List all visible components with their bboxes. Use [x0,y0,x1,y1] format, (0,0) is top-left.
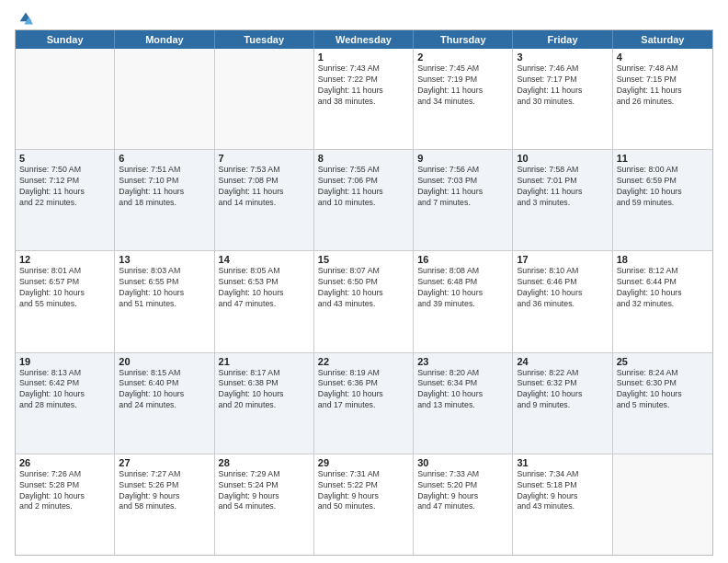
day-number: 29 [318,457,409,468]
title-area [97,11,713,13]
col-header-friday: Friday [513,30,612,49]
day-cell-28: 28Sunrise: 7:29 AMSunset: 5:24 PMDayligh… [215,454,314,555]
day-info: Sunrise: 7:58 AMSunset: 7:01 PMDaylight:… [517,165,608,209]
day-number: 2 [417,52,508,63]
day-number: 6 [119,153,210,164]
day-info: Sunrise: 7:45 AMSunset: 7:19 PMDaylight:… [417,63,508,108]
day-cell-10: 10Sunrise: 7:58 AMSunset: 7:01 PMDayligh… [513,150,612,250]
day-info: Sunrise: 7:53 AMSunset: 7:08 PMDaylight:… [219,165,310,209]
day-number: 23 [417,356,508,367]
week-row-5: 26Sunrise: 7:26 AMSunset: 5:28 PMDayligh… [16,454,712,555]
day-info: Sunrise: 8:19 AMSunset: 6:36 PMDaylight:… [318,368,409,412]
day-info: Sunrise: 8:20 AMSunset: 6:34 PMDaylight:… [417,368,508,412]
day-number: 21 [219,356,310,367]
day-info: Sunrise: 7:33 AMSunset: 5:20 PMDaylight:… [417,469,508,513]
day-number: 10 [517,153,608,164]
col-header-tuesday: Tuesday [215,30,314,49]
day-info: Sunrise: 8:22 AMSunset: 6:32 PMDaylight:… [517,368,608,412]
day-number: 14 [219,254,310,265]
day-info: Sunrise: 8:12 AMSunset: 6:44 PMDaylight:… [617,266,709,310]
col-header-saturday: Saturday [613,30,712,49]
day-cell-6: 6Sunrise: 7:51 AMSunset: 7:10 PMDaylight… [115,150,214,250]
day-info: Sunrise: 8:05 AMSunset: 6:53 PMDaylight:… [219,266,310,310]
day-cell-31: 31Sunrise: 7:34 AMSunset: 5:18 PMDayligh… [513,454,612,555]
day-info: Sunrise: 7:55 AMSunset: 7:06 PMDaylight:… [318,165,409,209]
logo-icon [18,11,33,26]
week-row-4: 19Sunrise: 8:13 AMSunset: 6:42 PMDayligh… [16,352,712,454]
day-number: 26 [19,457,110,468]
day-cell-15: 15Sunrise: 8:07 AMSunset: 6:50 PMDayligh… [314,251,414,351]
day-number: 3 [517,52,608,63]
day-info: Sunrise: 8:15 AMSunset: 6:40 PMDaylight:… [119,368,210,412]
day-number: 31 [517,457,608,468]
day-cell-1: 1Sunrise: 7:43 AMSunset: 7:22 PMDaylight… [314,49,414,149]
header [15,11,713,26]
day-cell-5: 5Sunrise: 7:50 AMSunset: 7:12 PMDaylight… [16,150,115,250]
day-info: Sunrise: 7:27 AMSunset: 5:26 PMDaylight:… [119,469,210,513]
day-info: Sunrise: 8:08 AMSunset: 6:48 PMDaylight:… [417,266,508,310]
day-info: Sunrise: 8:10 AMSunset: 6:46 PMDaylight:… [517,266,608,310]
day-cell-13: 13Sunrise: 8:03 AMSunset: 6:55 PMDayligh… [115,251,214,351]
day-number: 9 [417,153,508,164]
day-info: Sunrise: 7:26 AMSunset: 5:28 PMDaylight:… [19,469,110,513]
day-cell-27: 27Sunrise: 7:27 AMSunset: 5:26 PMDayligh… [115,454,214,555]
day-number: 27 [119,457,210,468]
day-info: Sunrise: 7:43 AMSunset: 7:22 PMDaylight:… [318,63,409,108]
day-cell-20: 20Sunrise: 8:15 AMSunset: 6:40 PMDayligh… [115,353,214,454]
day-info: Sunrise: 8:07 AMSunset: 6:50 PMDaylight:… [318,266,409,310]
day-info: Sunrise: 8:01 AMSunset: 6:57 PMDaylight:… [19,266,110,310]
day-cell-3: 3Sunrise: 7:46 AMSunset: 7:17 PMDaylight… [513,49,612,149]
day-number: 1 [318,52,409,63]
day-cell-30: 30Sunrise: 7:33 AMSunset: 5:20 PMDayligh… [414,454,513,555]
day-number: 13 [119,254,210,265]
col-header-sunday: Sunday [16,30,115,49]
day-cell-26: 26Sunrise: 7:26 AMSunset: 5:28 PMDayligh… [16,454,115,555]
day-info: Sunrise: 8:24 AMSunset: 6:30 PMDaylight:… [617,368,709,412]
day-number: 24 [517,356,608,367]
day-cell-22: 22Sunrise: 8:19 AMSunset: 6:36 PMDayligh… [314,353,414,454]
day-info: Sunrise: 7:48 AMSunset: 7:15 PMDaylight:… [617,63,709,108]
calendar-header: SundayMondayTuesdayWednesdayThursdayFrid… [16,30,712,49]
day-cell-17: 17Sunrise: 8:10 AMSunset: 6:46 PMDayligh… [513,251,612,351]
day-number: 8 [318,153,409,164]
day-number: 30 [417,457,508,468]
day-cell-18: 18Sunrise: 8:12 AMSunset: 6:44 PMDayligh… [613,251,712,351]
day-cell-23: 23Sunrise: 8:20 AMSunset: 6:34 PMDayligh… [414,353,513,454]
day-info: Sunrise: 8:00 AMSunset: 6:59 PMDaylight:… [617,165,709,209]
day-number: 11 [617,153,709,164]
day-info: Sunrise: 7:56 AMSunset: 7:03 PMDaylight:… [417,165,508,209]
day-cell-29: 29Sunrise: 7:31 AMSunset: 5:22 PMDayligh… [314,454,414,555]
col-header-wednesday: Wednesday [314,30,414,49]
day-info: Sunrise: 7:29 AMSunset: 5:24 PMDaylight:… [219,469,310,513]
empty-cell [16,49,115,149]
day-cell-11: 11Sunrise: 8:00 AMSunset: 6:59 PMDayligh… [613,150,712,250]
logo-area [15,11,97,26]
day-info: Sunrise: 8:17 AMSunset: 6:38 PMDaylight:… [219,368,310,412]
day-info: Sunrise: 8:13 AMSunset: 6:42 PMDaylight:… [19,368,110,412]
day-number: 16 [417,254,508,265]
day-cell-12: 12Sunrise: 8:01 AMSunset: 6:57 PMDayligh… [16,251,115,351]
day-cell-25: 25Sunrise: 8:24 AMSunset: 6:30 PMDayligh… [613,353,712,454]
day-number: 25 [617,356,709,367]
day-number: 12 [19,254,110,265]
day-number: 15 [318,254,409,265]
day-cell-2: 2Sunrise: 7:45 AMSunset: 7:19 PMDaylight… [414,49,513,149]
day-cell-24: 24Sunrise: 8:22 AMSunset: 6:32 PMDayligh… [513,353,612,454]
page: SundayMondayTuesdayWednesdayThursdayFrid… [0,0,728,563]
day-info: Sunrise: 8:03 AMSunset: 6:55 PMDaylight:… [119,266,210,310]
col-header-thursday: Thursday [414,30,513,49]
logo [15,11,33,26]
week-row-2: 5Sunrise: 7:50 AMSunset: 7:12 PMDaylight… [16,149,712,250]
day-info: Sunrise: 7:46 AMSunset: 7:17 PMDaylight:… [517,63,608,108]
day-cell-9: 9Sunrise: 7:56 AMSunset: 7:03 PMDaylight… [414,150,513,250]
day-cell-14: 14Sunrise: 8:05 AMSunset: 6:53 PMDayligh… [215,251,314,351]
day-cell-8: 8Sunrise: 7:55 AMSunset: 7:06 PMDaylight… [314,150,414,250]
empty-cell [215,49,314,149]
calendar: SundayMondayTuesdayWednesdayThursdayFrid… [15,29,713,556]
calendar-body: 1Sunrise: 7:43 AMSunset: 7:22 PMDaylight… [16,49,712,555]
day-info: Sunrise: 7:51 AMSunset: 7:10 PMDaylight:… [119,165,210,209]
day-cell-16: 16Sunrise: 8:08 AMSunset: 6:48 PMDayligh… [414,251,513,351]
day-number: 20 [119,356,210,367]
day-number: 4 [617,52,709,63]
week-row-3: 12Sunrise: 8:01 AMSunset: 6:57 PMDayligh… [16,250,712,351]
